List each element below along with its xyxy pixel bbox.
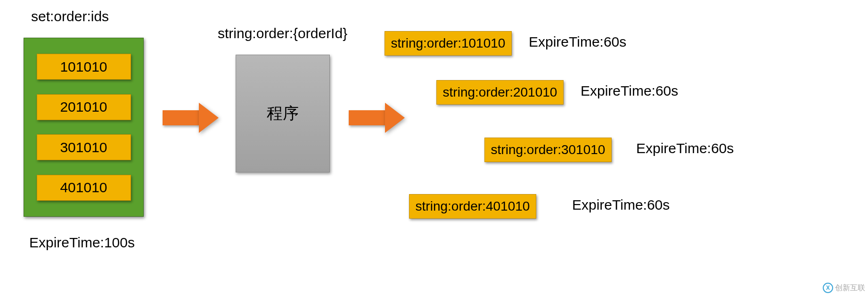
program-box: 程序 [236,55,330,172]
string-order-label: string:order:{orderId} [218,25,347,41]
order-key-box: string:order:201010 [436,80,564,105]
order-key-box: string:order:401010 [409,194,536,219]
set-item: 401010 [37,175,131,201]
order-expire-label: ExpireTime:60s [581,83,678,99]
watermark: X 创新互联 [823,283,865,293]
order-expire-label: ExpireTime:60s [572,197,670,213]
arrow-icon [349,103,405,133]
set-item: 301010 [37,134,131,160]
set-item: 201010 [37,94,131,120]
set-item: 101010 [37,54,131,80]
arrow-icon [163,103,219,133]
watermark-text: 创新互联 [835,283,865,293]
set-title-label: set:order:ids [31,8,109,24]
set-expire-label: ExpireTime:100s [29,235,135,251]
order-key-box: string:order:101010 [385,31,512,56]
order-expire-label: ExpireTime:60s [636,140,734,156]
set-box: 101010 201010 301010 401010 [24,38,144,217]
logo-icon: X [823,283,833,293]
order-expire-label: ExpireTime:60s [529,34,626,50]
order-key-box: string:order:301010 [484,138,612,162]
